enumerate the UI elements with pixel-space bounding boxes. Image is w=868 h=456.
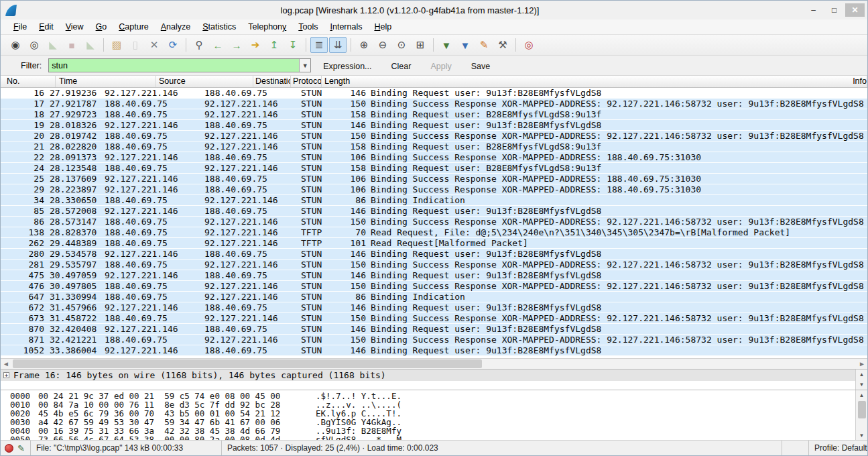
packet-row[interactable]: 22 28.091373 92.127.221.146 188.40.69.75…	[1, 152, 867, 163]
packet-no: 18	[1, 109, 46, 119]
packet-row[interactable]: 138 28.828370 188.40.69.75 92.127.221.14…	[1, 227, 867, 238]
expander-icon[interactable]: +	[3, 372, 9, 378]
toolbar-zoom-reset-button[interactable]: ⊙	[393, 37, 410, 53]
expert-info-icon[interactable]	[5, 444, 13, 453]
packet-row[interactable]: 871 32.421221 188.40.69.75 92.127.221.14…	[1, 335, 867, 345]
menu-item[interactable]: Help	[368, 20, 397, 34]
packet-destination: 188.40.69.75	[202, 174, 299, 184]
column-header[interactable]: Protocol	[291, 76, 322, 87]
close-button[interactable]: ✕	[845, 3, 865, 17]
scroll-right-icon[interactable]: ►	[857, 359, 867, 369]
menu-item[interactable]: Internals	[324, 20, 368, 34]
column-header[interactable]: Destination	[253, 76, 291, 87]
packet-row[interactable]: 1052 33.386004 92.127.221.146 188.40.69.…	[1, 345, 867, 356]
toolbar-reload-button[interactable]: ⟳	[164, 37, 182, 53]
toolbar-preferences-button[interactable]: ⚒	[494, 37, 511, 53]
toolbar-go-to-top-button[interactable]: ↥	[265, 37, 283, 53]
toolbar-zoom-in-button[interactable]: ⊕	[355, 37, 373, 53]
menu-item[interactable]: Go	[90, 20, 113, 34]
packet-row[interactable]: 672 31.457966 92.127.221.146 188.40.69.7…	[1, 302, 867, 313]
column-header[interactable]: No.	[1, 76, 56, 87]
toolbar-help-button[interactable]: ◎	[520, 37, 538, 53]
menu-item[interactable]: View	[60, 20, 90, 34]
clear-button[interactable]: Clear	[384, 59, 419, 74]
column-header[interactable]: Length	[322, 76, 847, 87]
packet-info: Binding Request user: B28E8MfysfVLgdS8:9…	[367, 109, 867, 119]
filter-input[interactable]	[49, 59, 299, 72]
packet-row[interactable]: 19 28.018326 92.127.221.146 188.40.69.75…	[1, 120, 867, 131]
toolbar-open-file-button[interactable]: ▨	[108, 37, 125, 53]
scroll-down-icon[interactable]: ▼	[856, 431, 867, 440]
expression-button[interactable]: Expression...	[316, 59, 379, 74]
toolbar-go-back-button[interactable]: ←	[209, 37, 227, 53]
packet-destination: 92.127.221.146	[202, 131, 299, 141]
column-header[interactable]: Time	[56, 76, 156, 87]
minimize-button[interactable]: –	[804, 3, 823, 17]
filter-dropdown-button[interactable]: ▼	[299, 59, 310, 72]
packet-row[interactable]: 280 29.534578 92.127.221.146 188.40.69.7…	[1, 249, 867, 260]
menu-item[interactable]: Analyze	[155, 20, 196, 34]
menu-item[interactable]: Capture	[113, 20, 154, 34]
toolbar-display-filters-button[interactable]: ▼	[456, 37, 474, 53]
packet-info: Binding Indication	[367, 292, 867, 302]
packet-length: 146	[336, 270, 367, 280]
toolbar-go-forward-button[interactable]: →	[228, 37, 245, 53]
packet-row[interactable]: 29 28.223897 92.127.221.146 188.40.69.75…	[1, 184, 867, 195]
frame-summary-row[interactable]: + Frame 16: 146 bytes on wire (1168 bits…	[1, 369, 855, 381]
toolbar-capture-filters-button[interactable]: ▼	[438, 37, 455, 53]
toolbar-restart-capture-button[interactable]: ◣	[82, 37, 99, 53]
column-header[interactable]: Source	[156, 76, 253, 87]
hex-scrollbar-thumb[interactable]	[858, 401, 866, 418]
menu-item[interactable]: Edit	[33, 20, 60, 34]
packet-row[interactable]: 673 31.458722 188.40.69.75 92.127.221.14…	[1, 313, 867, 324]
packet-row[interactable]: 647 31.330994 188.40.69.75 92.127.221.14…	[1, 292, 867, 302]
packet-row[interactable]: 24 28.123548 188.40.69.75 92.127.221.146…	[1, 163, 867, 174]
toolbar-find-packet-button[interactable]: ⚲	[190, 37, 208, 53]
scroll-down-icon[interactable]: ▼	[856, 380, 867, 390]
capture-comment-icon[interactable]: ✎	[17, 443, 25, 453]
packet-protocol: STUN	[299, 99, 336, 109]
menu-item[interactable]: Telephony	[242, 20, 292, 34]
toolbar-go-to-bottom-button[interactable]: ↧	[284, 37, 302, 53]
packet-row[interactable]: 25 28.137609 92.127.221.146 188.40.69.75…	[1, 174, 867, 184]
hex-row[interactable]: 0050 73 66 56 4c 67 64 53 38 00 00 80 2a…	[1, 435, 855, 440]
toolbar-stop-capture-button[interactable]: ■	[63, 37, 80, 53]
toolbar-close-file-button[interactable]: ✕	[145, 37, 163, 53]
scroll-up-icon[interactable]: ▲	[856, 390, 867, 400]
toolbar-list-interfaces-button[interactable]: ◉	[7, 37, 24, 53]
status-profile[interactable]: Profile: Default	[808, 441, 867, 455]
toolbar-zoom-out-button[interactable]: ⊖	[374, 37, 391, 53]
packet-destination: 92.127.221.146	[202, 217, 299, 227]
packet-row[interactable]: 476 30.497805 188.40.69.75 92.127.221.14…	[1, 281, 867, 292]
packet-row[interactable]: 17 27.921787 188.40.69.75 92.127.221.146…	[1, 99, 867, 109]
packet-row[interactable]: 34 28.330650 188.40.69.75 92.127.221.146…	[1, 195, 867, 206]
toolbar-capture-options-button[interactable]: ◎	[25, 37, 43, 53]
scroll-up-icon[interactable]: ▲	[856, 369, 867, 380]
packet-row[interactable]: 16 27.919236 92.127.221.146 188.40.69.75…	[1, 88, 867, 99]
packet-row[interactable]: 870 32.420408 92.127.221.146 188.40.69.7…	[1, 324, 867, 335]
packet-row[interactable]: 475 30.497059 92.127.221.146 188.40.69.7…	[1, 270, 867, 281]
packet-row[interactable]: 85 28.572008 92.127.221.146 188.40.69.75…	[1, 206, 867, 217]
apply-button[interactable]: Apply	[423, 59, 458, 74]
toolbar-go-to-packet-button[interactable]: ➔	[247, 37, 264, 53]
save-button[interactable]: Save	[464, 59, 498, 74]
column-header[interactable]: Info	[847, 76, 867, 87]
scroll-left-icon[interactable]: ◄	[1, 359, 11, 369]
maximize-button[interactable]: □	[824, 3, 844, 17]
toolbar-resize-columns-button[interactable]: ⊞	[412, 37, 429, 53]
menu-item[interactable]: Tools	[292, 20, 324, 34]
horizontal-scrollbar-thumb[interactable]	[13, 359, 482, 368]
packet-row[interactable]: 21 28.022820 188.40.69.75 92.127.221.146…	[1, 141, 867, 152]
packet-row[interactable]: 86 28.573147 188.40.69.75 92.127.221.146…	[1, 217, 867, 227]
menu-item[interactable]: Statistics	[196, 20, 242, 34]
packet-row[interactable]: 18 27.929723 188.40.69.75 92.127.221.146…	[1, 109, 867, 120]
toolbar-start-capture-button[interactable]: ◣	[44, 37, 62, 53]
menu-item[interactable]: File	[7, 20, 33, 34]
toolbar-save-file-button[interactable]: ▯	[127, 37, 144, 53]
packet-row[interactable]: 20 28.019742 188.40.69.75 92.127.221.146…	[1, 131, 867, 141]
toolbar-colorize-toggle[interactable]: ≣	[310, 37, 328, 53]
toolbar-coloring-rules-button[interactable]: ✎	[475, 37, 493, 53]
toolbar-autoscroll-toggle[interactable]: ⇊	[329, 37, 347, 53]
packet-row[interactable]: 281 29.535797 188.40.69.75 92.127.221.14…	[1, 260, 867, 270]
packet-row[interactable]: 262 29.448389 188.40.69.75 92.127.221.14…	[1, 238, 867, 249]
